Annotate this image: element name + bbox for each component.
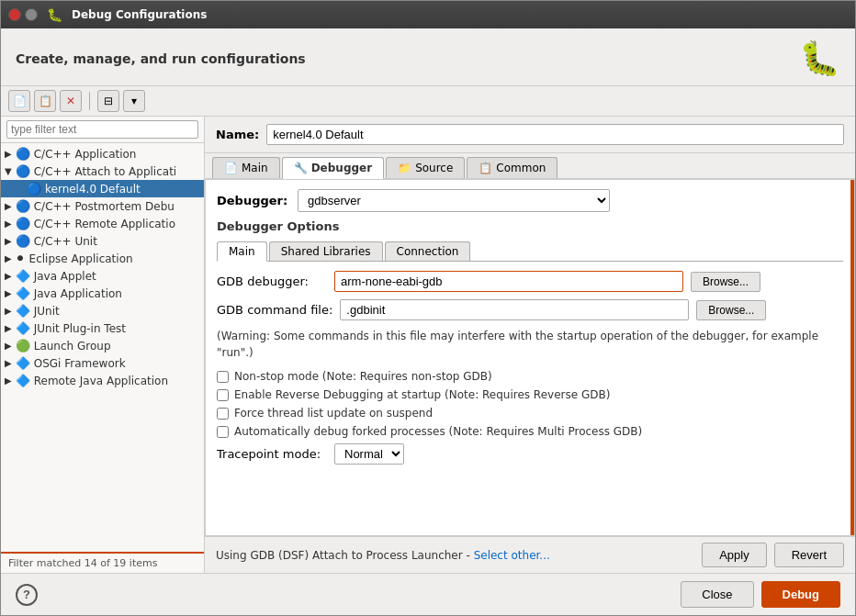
- name-input[interactable]: [266, 124, 844, 145]
- inner-tab-shared-libs[interactable]: Shared Libraries: [269, 241, 383, 261]
- filter-input[interactable]: [6, 120, 198, 139]
- bug-icon: 🐛: [799, 39, 840, 78]
- tree-label: C/C++ Remote Applicatio: [34, 218, 175, 230]
- item-icon: 🔷: [16, 304, 30, 318]
- tree-item-java-app[interactable]: ▶ 🔷 Java Application: [1, 285, 204, 302]
- tree-item-launch-group[interactable]: ▶ 🟢 Launch Group: [1, 337, 204, 354]
- arrow-icon: ▶: [5, 358, 12, 368]
- arrow-icon: ▶: [5, 236, 12, 246]
- header-area: Create, manage, and run configurations 🐛: [1, 28, 855, 86]
- tree-label: C/C++ Postmortem Debu: [34, 200, 175, 213]
- tree-item-osgi[interactable]: ▶ 🔷 OSGi Framework: [1, 354, 204, 372]
- checkbox-nonstop-input[interactable]: [217, 371, 229, 383]
- title-bar: 🐛 Debug Configurations: [1, 1, 855, 28]
- tree-item-junit-plugin[interactable]: ▶ 🔷 JUnit Plug-in Test: [1, 319, 204, 337]
- tree-item-junit[interactable]: ▶ 🔷 JUnit: [1, 302, 204, 319]
- new-config-btn[interactable]: 📄: [8, 90, 30, 112]
- tree-label: JUnit Plug-in Test: [34, 322, 126, 335]
- revert-btn[interactable]: Revert: [774, 543, 844, 567]
- item-icon: 🔵: [16, 234, 30, 248]
- tree-label: JUnit: [34, 305, 60, 318]
- debugger-tab-icon: 🔧: [294, 162, 308, 174]
- main-tab-icon: 📄: [224, 162, 238, 174]
- checkbox-thread: Force thread list update on suspend: [217, 407, 843, 420]
- debug-btn[interactable]: Debug: [761, 581, 840, 608]
- select-other-link[interactable]: Select other...: [474, 549, 550, 562]
- inner-shared-label: Shared Libraries: [281, 245, 371, 258]
- tab-main[interactable]: 📄 Main: [212, 157, 280, 178]
- debugger-select[interactable]: gdbserver: [298, 189, 610, 212]
- close-window-btn[interactable]: [8, 8, 21, 21]
- checkbox-fork-input[interactable]: [217, 426, 229, 438]
- tracepoint-select[interactable]: Normal Fast Forced: [334, 443, 404, 465]
- tree-label: C/C++ Attach to Applicati: [34, 165, 176, 178]
- tree-item-unit[interactable]: ▶ 🔵 C/C++ Unit: [1, 232, 204, 250]
- item-icon: 🔷: [16, 321, 30, 335]
- arrow-icon: ▶: [5, 271, 12, 281]
- name-row: Name:: [205, 117, 855, 153]
- apply-btn[interactable]: Apply: [702, 543, 767, 567]
- item-icon: 🔵: [27, 182, 41, 196]
- tree-label: Java Applet: [34, 270, 96, 283]
- arrow-icon: ▶: [5, 375, 12, 386]
- debugger-label: Debugger:: [217, 194, 290, 207]
- gdb-debugger-input[interactable]: [334, 271, 683, 292]
- minimize-btn[interactable]: [25, 8, 38, 21]
- gdb-command-label: GDB command file:: [217, 303, 332, 317]
- arrow-icon: ▶: [5, 341, 12, 351]
- tree-item-cpp-app[interactable]: ▶ 🔵 C/C++ Application: [1, 145, 204, 162]
- tree-item-cpp-attach[interactable]: ▼ 🔵 C/C++ Attach to Applicati: [1, 162, 204, 180]
- item-icon: ⚫: [16, 252, 26, 265]
- item-icon: 🔵: [16, 217, 30, 230]
- tree-label: kernel4.0 Default: [45, 183, 141, 196]
- window-controls: [8, 8, 38, 21]
- warning-text: (Warning: Some commands in this file may…: [217, 328, 843, 361]
- gdb-command-input[interactable]: [340, 299, 689, 320]
- tree-item-kernel[interactable]: 🔵 kernel4.0 Default: [1, 180, 204, 197]
- tracepoint-row: Tracepoint mode: Normal Fast Forced: [217, 443, 843, 465]
- copy-config-btn[interactable]: 📋: [34, 90, 56, 112]
- close-btn[interactable]: Close: [681, 581, 753, 608]
- browse-gdb-btn[interactable]: Browse...: [691, 272, 760, 292]
- bottom-bar: Using GDB (DSF) Attach to Process Launch…: [205, 536, 855, 573]
- tree-label: Eclipse Application: [29, 252, 133, 265]
- checkbox-reverse: Enable Reverse Debugging at startup (Not…: [217, 388, 843, 401]
- delete-config-btn[interactable]: ✕: [60, 90, 82, 112]
- browse-cmd-btn[interactable]: Browse...: [696, 300, 766, 320]
- tree-label: Java Application: [34, 287, 122, 300]
- main-area: ▶ 🔵 C/C++ Application ▼ 🔵 C/C++ Attach t…: [1, 117, 855, 573]
- footer-left: ?: [16, 584, 38, 606]
- checkbox-thread-input[interactable]: [217, 408, 229, 420]
- tab-debugger[interactable]: 🔧 Debugger: [282, 157, 384, 179]
- tree-label: Launch Group: [34, 340, 111, 353]
- tree-item-eclipse[interactable]: ▶ ⚫ Eclipse Application: [1, 250, 204, 267]
- checkbox-reverse-input[interactable]: [217, 389, 229, 401]
- inner-tabs: Main Shared Libraries Connection: [217, 241, 843, 262]
- toolbar: 📄 📋 ✕ ⊟ ▾: [1, 86, 855, 117]
- item-icon: 🔷: [16, 269, 30, 283]
- tree-label: C/C++ Application: [34, 148, 137, 161]
- main-window: 🐛 Debug Configurations Create, manage, a…: [0, 0, 856, 616]
- checkbox-thread-label: Force thread list update on suspend: [234, 407, 433, 420]
- header-title: Create, manage, and run configurations: [16, 51, 306, 66]
- footer-right: Close Debug: [681, 581, 840, 608]
- filter-btn[interactable]: ▾: [123, 90, 145, 112]
- tab-common[interactable]: 📋 Common: [467, 157, 558, 178]
- name-label: Name:: [216, 128, 259, 141]
- checkbox-nonstop-label: Non-stop mode (Note: Requires non-stop G…: [234, 370, 492, 383]
- tree-item-remote-java[interactable]: ▶ 🔷 Remote Java Application: [1, 372, 204, 389]
- inner-tab-main[interactable]: Main: [217, 241, 267, 262]
- tree-item-java-applet[interactable]: ▶ 🔷 Java Applet: [1, 267, 204, 285]
- checkbox-reverse-label: Enable Reverse Debugging at startup (Not…: [234, 388, 610, 401]
- source-tab-icon: 📁: [398, 162, 411, 174]
- tab-source[interactable]: 📁 Source: [386, 157, 465, 178]
- collapse-btn[interactable]: ⊟: [97, 90, 119, 112]
- inner-tab-connection[interactable]: Connection: [385, 241, 471, 261]
- tree-item-postmortem[interactable]: ▶ 🔵 C/C++ Postmortem Debu: [1, 197, 204, 215]
- tree-item-remote[interactable]: ▶ 🔵 C/C++ Remote Applicatio: [1, 215, 204, 232]
- source-tab-label: Source: [415, 162, 453, 174]
- help-btn[interactable]: ?: [16, 584, 38, 606]
- item-icon: 🔷: [16, 356, 30, 370]
- common-tab-label: Common: [496, 162, 546, 174]
- arrow-icon: ▶: [5, 306, 12, 316]
